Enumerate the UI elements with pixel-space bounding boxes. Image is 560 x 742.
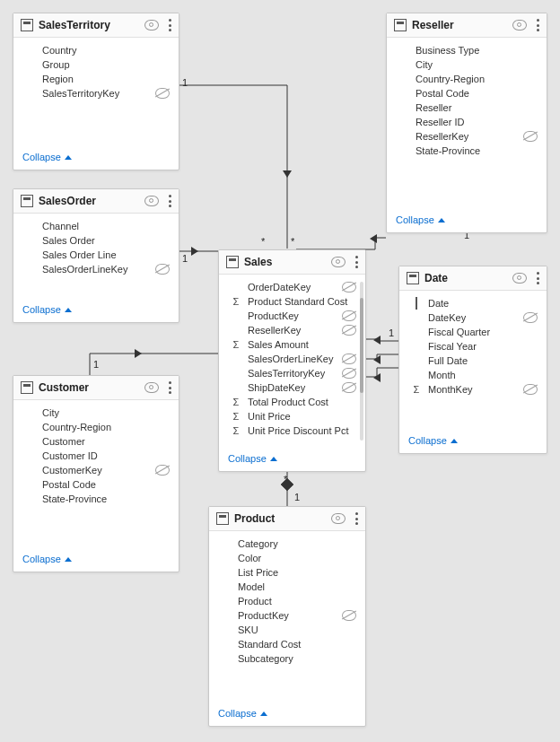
field-row[interactable]: ΣUnit Price: [219, 409, 365, 423]
field-row[interactable]: Business Type: [387, 43, 547, 57]
field-row[interactable]: SalesOrderLineKey: [13, 262, 179, 276]
table-date[interactable]: Date DateDateKeyFiscal QuarterFiscal Yea…: [398, 266, 547, 454]
field-row[interactable]: Category: [209, 537, 365, 551]
field-row[interactable]: Standard Cost: [209, 637, 365, 651]
collapse-button[interactable]: Collapse: [219, 448, 365, 471]
visibility-icon[interactable]: [331, 257, 346, 267]
table-sales-order[interactable]: SalesOrder ChannelSales OrderSales Order…: [13, 188, 179, 323]
field-name: Sales Order Line: [42, 249, 170, 260]
field-row[interactable]: Customer ID: [13, 449, 179, 463]
field-name: Model: [238, 581, 356, 592]
field-row[interactable]: Region: [13, 72, 179, 86]
table-header[interactable]: Reseller: [387, 13, 547, 38]
table-sales-territory[interactable]: SalesTerritory CountryGroupRegionSalesTe…: [13, 13, 179, 170]
field-row[interactable]: List Price: [209, 565, 365, 580]
field-row[interactable]: ProductKey: [209, 608, 365, 623]
table-header[interactable]: Product: [209, 507, 365, 531]
field-row[interactable]: Sales Order: [13, 233, 179, 248]
collapse-button[interactable]: Collapse: [399, 430, 547, 453]
field-row[interactable]: SKU: [209, 623, 365, 637]
field-row[interactable]: Country-Region: [13, 420, 179, 434]
field-row[interactable]: DateKey: [399, 310, 547, 325]
field-row[interactable]: SalesTerritoryKey: [13, 86, 179, 100]
field-name: Group: [42, 59, 170, 70]
table-header[interactable]: Sales: [219, 250, 365, 275]
field-row[interactable]: ΣSales Amount: [219, 337, 365, 352]
table-reseller[interactable]: Reseller Business TypeCityCountry-Region…: [386, 13, 547, 233]
more-icon[interactable]: [168, 381, 171, 394]
more-icon[interactable]: [536, 272, 539, 284]
field-row[interactable]: ΣProduct Standard Cost: [219, 294, 365, 309]
field-row[interactable]: Sales Order Line: [13, 248, 179, 262]
more-icon[interactable]: [536, 19, 539, 31]
table-header[interactable]: Customer: [13, 376, 179, 400]
visibility-icon[interactable]: [512, 20, 527, 31]
field-row[interactable]: Month: [399, 368, 547, 382]
field-row[interactable]: Fiscal Year: [399, 339, 547, 354]
field-row[interactable]: ΣMonthKey: [399, 382, 547, 397]
more-icon[interactable]: [168, 19, 171, 31]
collapse-button[interactable]: Collapse: [387, 209, 547, 232]
table-icon: [21, 381, 33, 394]
rel-card-one: 1: [93, 359, 99, 370]
table-product[interactable]: Product CategoryColorList PriceModelProd…: [208, 506, 366, 727]
visibility-icon[interactable]: [144, 20, 159, 31]
field-row[interactable]: Reseller: [387, 100, 547, 115]
table-sales[interactable]: Sales OrderDateKeyΣProduct Standard Cost…: [218, 249, 366, 472]
collapse-button[interactable]: Collapse: [13, 548, 179, 572]
field-name: OrderDateKey: [248, 282, 337, 292]
field-row[interactable]: Full Date: [399, 354, 547, 368]
field-row[interactable]: State-Province: [13, 492, 179, 506]
field-row[interactable]: Color: [209, 551, 365, 565]
visibility-icon[interactable]: [331, 513, 346, 524]
field-row[interactable]: Postal Code: [13, 477, 179, 492]
field-name: Full Date: [428, 355, 538, 366]
model-canvas[interactable]: 1 * 1 * 1 1 1 1 * SalesTerritory Country…: [0, 0, 560, 742]
table-header[interactable]: SalesTerritory: [13, 13, 179, 38]
field-row[interactable]: Product: [209, 594, 365, 608]
field-row[interactable]: Postal Code: [387, 86, 547, 100]
fields-list: DateDateKeyFiscal QuarterFiscal YearFull…: [399, 291, 547, 430]
scrollbar[interactable]: [360, 282, 363, 441]
visibility-icon[interactable]: [144, 196, 159, 206]
more-icon[interactable]: [168, 195, 171, 207]
visibility-icon[interactable]: [512, 273, 527, 284]
field-row[interactable]: ΣUnit Price Discount Pct: [219, 423, 365, 438]
field-row[interactable]: ResellerKey: [387, 129, 547, 144]
calendar-icon: [410, 298, 423, 309]
field-row[interactable]: Model: [209, 580, 365, 594]
field-row[interactable]: Country: [13, 43, 179, 57]
field-row[interactable]: Fiscal Quarter: [399, 325, 547, 339]
field-row[interactable]: ResellerKey: [219, 323, 365, 337]
table-customer[interactable]: Customer CityCountry-RegionCustomerCusto…: [13, 375, 179, 572]
table-header[interactable]: Date: [399, 266, 547, 291]
collapse-button[interactable]: Collapse: [209, 703, 365, 726]
field-name: Business Type: [416, 45, 538, 56]
field-row[interactable]: Group: [13, 57, 179, 72]
field-row[interactable]: Customer: [13, 434, 179, 449]
field-row[interactable]: Subcategory: [209, 651, 365, 666]
field-row[interactable]: State-Province: [387, 144, 547, 158]
more-icon[interactable]: [354, 512, 358, 525]
more-icon[interactable]: [354, 256, 358, 268]
field-row[interactable]: Country-Region: [387, 72, 547, 86]
table-header[interactable]: SalesOrder: [13, 189, 179, 214]
visibility-icon[interactable]: [144, 382, 159, 393]
field-name: Postal Code: [416, 88, 538, 99]
sigma-icon: Σ: [230, 425, 242, 436]
field-row[interactable]: City: [387, 57, 547, 72]
field-row[interactable]: Channel: [13, 219, 179, 233]
collapse-button[interactable]: Collapse: [13, 299, 179, 322]
field-row[interactable]: SalesOrderLineKey: [219, 352, 365, 366]
field-row[interactable]: ProductKey: [219, 309, 365, 323]
field-row[interactable]: Date: [399, 296, 547, 310]
field-row[interactable]: Reseller ID: [387, 115, 547, 129]
rel-card-one: 1: [182, 253, 188, 264]
field-row[interactable]: City: [13, 406, 179, 420]
field-row[interactable]: CustomerKey: [13, 463, 179, 477]
field-row[interactable]: ΣTotal Product Cost: [219, 395, 365, 409]
field-row[interactable]: SalesTerritoryKey: [219, 366, 365, 380]
collapse-button[interactable]: Collapse: [13, 146, 179, 170]
field-row[interactable]: OrderDateKey: [219, 280, 365, 294]
field-row[interactable]: ShipDateKey: [219, 380, 365, 395]
